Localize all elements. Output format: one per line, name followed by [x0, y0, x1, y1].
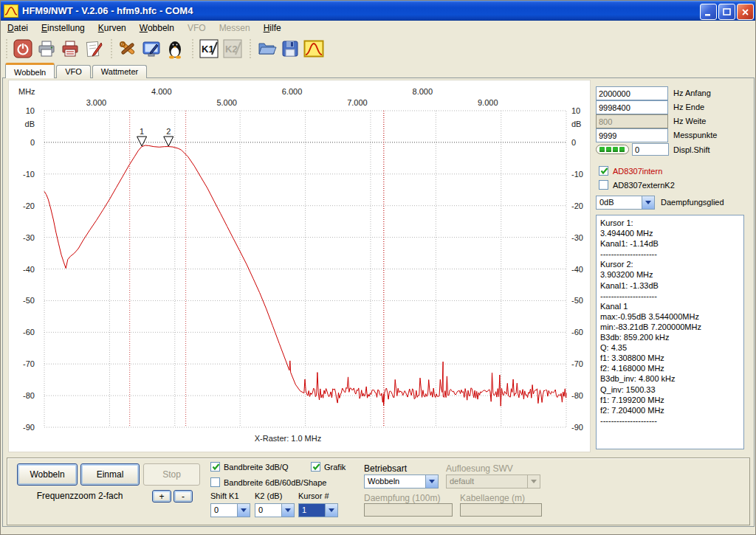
tab-bar: Wobbeln VFO Wattmeter — [5, 63, 148, 78]
combo-dropdown-button[interactable] — [425, 475, 438, 488]
y-tick-label-left: -40 — [23, 265, 35, 274]
y-tick-label-left: -50 — [23, 296, 35, 305]
open-file-button[interactable] — [255, 38, 278, 60]
toolbar-grip[interactable] — [109, 39, 114, 58]
info-line: Kanal1: -1.14dB — [600, 238, 740, 249]
y-tick-label-right: -60 — [571, 328, 583, 336]
k2-calibration-button-disabled: K2 — [221, 38, 244, 60]
hz-anfang-input[interactable] — [596, 86, 668, 100]
tab-wattmeter[interactable]: Wattmeter — [92, 65, 147, 78]
hz-weite-label: Hz Weite — [673, 117, 706, 125]
y-tick-label-right: 10 — [571, 106, 580, 115]
cursor-marker-triangle[interactable] — [137, 137, 147, 146]
info-line: max:-0.95dB 3.544000MHz — [600, 311, 740, 322]
aufloesung-swv-label: Aufloesung SWV — [446, 463, 513, 474]
k1-calibration-icon: K1 — [199, 38, 219, 59]
x-tick-label: 4.000 — [151, 87, 172, 96]
menu-einstellung[interactable]: Einstellung — [35, 21, 92, 35]
info-line: --------------------- — [600, 415, 740, 426]
info-line: Kursor 2: — [600, 259, 740, 269]
tools-icon — [117, 38, 138, 59]
close-button[interactable] — [737, 4, 754, 20]
daempfungsglied-value: 0dB — [597, 196, 642, 209]
combo-dropdown-button[interactable] — [237, 504, 250, 517]
info-line: --------------------- — [600, 291, 740, 301]
info-line: min:-83.21dB 7.200000MHz — [600, 322, 740, 332]
check-icon — [312, 462, 321, 472]
messpunkte-input[interactable] — [596, 128, 668, 142]
minimize-button[interactable] — [700, 4, 717, 20]
power-button[interactable] — [12, 38, 34, 60]
y-tick-label-right: -50 — [571, 296, 583, 305]
hz-ende-input[interactable] — [596, 100, 668, 114]
menu-kurven[interactable]: Kurven — [92, 21, 133, 35]
cursor-marker-number: 1 — [140, 127, 144, 136]
shift-k1-value: 0 — [211, 504, 237, 517]
combo-dropdown-button — [527, 475, 540, 488]
progress-segment — [613, 147, 618, 152]
y-unit-label-right: dB — [571, 120, 581, 128]
messpunkte-label: Messpunkte — [673, 131, 717, 139]
combo-dropdown-button[interactable] — [325, 504, 337, 517]
combo-dropdown-button[interactable] — [642, 196, 654, 209]
y-tick-label-left: -10 — [23, 170, 35, 179]
hz-ende-label: Hz Ende — [673, 103, 704, 111]
print-color-button[interactable] — [59, 38, 81, 60]
sweep-plot[interactable]: MHz3.0004.0005.0006.0007.0008.0009.00010… — [9, 80, 590, 452]
maximize-button[interactable] — [718, 4, 735, 20]
sweep-chart[interactable]: MHz3.0004.0005.0006.0007.0008.0009.00010… — [8, 80, 591, 452]
cursor-marker-triangle[interactable] — [164, 137, 173, 146]
toolbar-grip[interactable] — [190, 39, 195, 58]
displ-shift-input[interactable] — [632, 143, 669, 156]
settings-tools-button[interactable] — [117, 38, 139, 60]
k2-db-combo[interactable]: 0 — [255, 503, 295, 517]
screen-edit-icon — [141, 38, 162, 59]
linux-button[interactable] — [164, 38, 186, 60]
zoom-in-button[interactable]: + — [152, 490, 171, 503]
displ-shift-label: Displ.Shift — [673, 145, 710, 154]
y-unit-label-left: dB — [25, 120, 35, 128]
kursor-nr-combo[interactable]: 1 — [298, 503, 338, 517]
aufloesung-swv-combo: default — [446, 474, 540, 489]
tab-vfo[interactable]: VFO — [56, 65, 91, 78]
y-tick-label-right: -90 — [571, 423, 583, 432]
toolbar-grip[interactable] — [4, 39, 9, 58]
combo-dropdown-button[interactable] — [281, 504, 294, 517]
menu-hilfe[interactable]: Hilfe — [257, 21, 288, 35]
chevron-down-icon — [285, 508, 291, 512]
ad8307intern-checkbox[interactable] — [599, 166, 608, 176]
print-button[interactable] — [35, 38, 58, 60]
cursor-info-panel[interactable]: Kursor 1:3.494400 MHzKanal1: -1.14dB----… — [596, 215, 744, 449]
y-tick-label-right: -20 — [571, 201, 583, 210]
title-bar[interactable]: HFM9/NWT - V.2.06 - hfm9.hfc - COM4 — [1, 1, 756, 21]
save-file-button[interactable] — [279, 38, 301, 60]
minimize-icon — [704, 8, 712, 16]
betriebsart-combo[interactable]: Wobbeln — [364, 474, 439, 489]
einmal-button[interactable]: Einmal — [80, 463, 140, 486]
screen-edit-button[interactable] — [140, 38, 162, 60]
x-tick-label: 6.000 — [282, 87, 303, 96]
sweep-curve-button[interactable] — [303, 38, 325, 60]
bandbreite-6db-checkbox[interactable] — [210, 477, 220, 487]
daempfungsglied-combo[interactable]: 0dB — [596, 196, 655, 210]
progress-segment — [606, 147, 611, 152]
wobbeln-button[interactable]: Wobbeln — [17, 463, 78, 486]
shift-k1-combo[interactable]: 0 — [210, 503, 250, 517]
ad8307externk2-label: AD8307externK2 — [613, 181, 675, 190]
bandbreite-3db-checkbox[interactable] — [210, 462, 220, 472]
edit-report-button[interactable] — [83, 38, 105, 60]
y-tick-label-right: 0 — [571, 138, 576, 147]
zoom-out-button[interactable]: - — [173, 490, 193, 503]
y-tick-label-left: -80 — [23, 391, 35, 400]
grafik-checkbox[interactable] — [311, 462, 320, 472]
menu-datei[interactable]: Datei — [1, 21, 35, 35]
k1-calibration-button[interactable]: K1 — [198, 38, 220, 60]
menu-wobbeln[interactable]: Wobbeln — [133, 21, 181, 35]
toolbar-grip[interactable] — [248, 39, 252, 58]
info-line: Kanal 1 — [600, 301, 740, 311]
tab-wobbeln[interactable]: Wobbeln — [5, 63, 55, 78]
ad8307externk2-checkbox[interactable] — [599, 180, 608, 190]
x-tick-label: 3.000 — [86, 98, 107, 107]
x-raster-label: X-Raster: 1.0 MHz — [255, 434, 321, 443]
chevron-down-icon — [645, 201, 651, 204]
